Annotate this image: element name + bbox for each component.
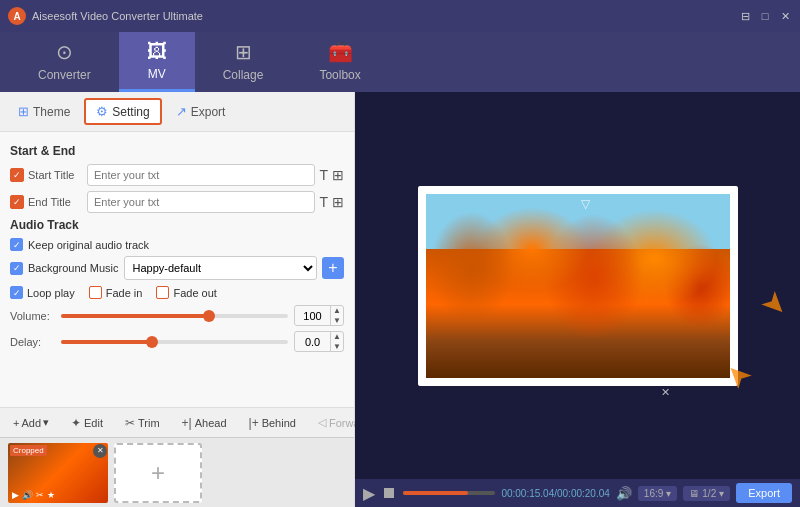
fade-out-item: Fade out xyxy=(156,286,216,299)
behind-button[interactable]: |+ Behind xyxy=(242,413,303,433)
main-layout: ⊞ Theme ⚙ Setting ↗ Export Start & End ✓… xyxy=(0,92,800,507)
start-end-title: Start & End xyxy=(10,144,344,158)
close-button[interactable]: ✕ xyxy=(778,9,792,23)
ahead-button[interactable]: +| Ahead xyxy=(175,413,234,433)
add-arrow-icon: ▾ xyxy=(43,416,49,429)
minimize-button[interactable]: ⊟ xyxy=(738,9,752,23)
delay-up-arrow[interactable]: ▲ xyxy=(331,332,343,342)
bottom-toolbar: + Add ▾ ✦ Edit ✂ Trim +| Ahead |+ Be xyxy=(0,407,354,437)
start-title-checkbox[interactable]: ✓ xyxy=(10,168,24,182)
add-plus-icon: + xyxy=(13,417,19,429)
keep-original-checkbox[interactable]: ✓ xyxy=(10,238,23,251)
right-panel: ➤ ➤ ▽ ✕ ▶ ⏹ 00:00:15.04/00:00:20.04 🔊 16… xyxy=(355,92,800,507)
mv-icon: 🖼 xyxy=(147,40,167,63)
end-grid-icon[interactable]: ⊞ xyxy=(332,194,344,210)
edit-icon: ✦ xyxy=(71,416,81,430)
forward-icon: ◁ xyxy=(318,416,326,429)
white-arrow-hint: ▽ xyxy=(581,197,590,211)
maximize-button[interactable]: □ xyxy=(758,9,772,23)
tab-converter[interactable]: ⊙ Converter xyxy=(10,32,119,92)
grid-icon[interactable]: ⊞ xyxy=(332,167,344,183)
fade-out-label: Fade out xyxy=(173,287,216,299)
video-controls-bar: ▶ ⏹ 00:00:15.04/00:00:20.04 🔊 16:9 ▾ 🖥 1… xyxy=(355,479,800,507)
left-panel: ⊞ Theme ⚙ Setting ↗ Export Start & End ✓… xyxy=(0,92,355,507)
video-preview: ➤ ➤ ▽ ✕ xyxy=(355,92,800,479)
app-logo: A xyxy=(8,7,26,25)
music-select[interactable]: Happy-default xyxy=(124,256,318,280)
bg-music-label: Background Music xyxy=(28,262,119,274)
end-title-input[interactable] xyxy=(87,191,315,213)
video-frame xyxy=(418,186,738,386)
fade-in-checkbox[interactable] xyxy=(89,286,102,299)
volume-row: Volume: 100 ▲ ▼ xyxy=(10,305,344,326)
sub-tab-export[interactable]: ↗ Export xyxy=(166,100,236,123)
start-title-label: Start Title xyxy=(28,169,83,181)
end-text-format-icon[interactable]: T xyxy=(319,194,328,210)
end-title-checkbox[interactable]: ✓ xyxy=(10,195,24,209)
film-close-button[interactable]: ✕ xyxy=(93,444,107,458)
quality-chevron-icon: ▾ xyxy=(719,488,724,499)
volume-label: Volume: xyxy=(10,310,55,322)
aspect-chevron-icon: ▾ xyxy=(666,488,671,499)
tab-collage[interactable]: ⊞ Collage xyxy=(195,32,292,92)
time-code: 00:00:15.04/00:00:20.04 xyxy=(501,488,609,499)
background-music-row: ✓ Background Music Happy-default + xyxy=(10,256,344,280)
monitor-icon: 🖥 xyxy=(689,488,699,499)
fade-in-label: Fade in xyxy=(106,287,143,299)
trim-button[interactable]: ✂ Trim xyxy=(118,413,167,433)
loop-play-checkbox[interactable]: ✓ xyxy=(10,286,23,299)
settings-content: Start & End ✓ Start Title T ⊞ ✓ End Titl… xyxy=(0,132,354,407)
film-icons: ▶ 🔊 ✂ ★ xyxy=(12,490,55,500)
delay-slider[interactable] xyxy=(61,340,288,344)
toolbox-icon: 🧰 xyxy=(328,40,353,64)
sub-tabs: ⊞ Theme ⚙ Setting ↗ Export xyxy=(0,92,354,132)
quality-button[interactable]: 🖥 1/2 ▾ xyxy=(683,486,730,501)
loop-play-item: ✓ Loop play xyxy=(10,286,75,299)
video-close-x[interactable]: ✕ xyxy=(661,386,670,399)
window-controls: ⊟ □ ✕ xyxy=(738,9,792,23)
add-button[interactable]: + Add ▾ xyxy=(6,413,56,432)
add-music-button[interactable]: + xyxy=(322,257,344,279)
stop-button[interactable]: ⏹ xyxy=(381,484,397,502)
play-button[interactable]: ▶ xyxy=(363,484,375,503)
film-add-button[interactable]: + xyxy=(114,443,202,503)
ahead-icon: +| xyxy=(182,416,192,430)
theme-icon: ⊞ xyxy=(18,104,29,119)
fade-out-checkbox[interactable] xyxy=(156,286,169,299)
volume-up-arrow[interactable]: ▲ xyxy=(331,306,343,316)
tab-mv[interactable]: 🖼 MV xyxy=(119,32,195,92)
volume-slider[interactable] xyxy=(61,314,288,318)
behind-icon: |+ xyxy=(249,416,259,430)
keep-original-label: Keep original audio track xyxy=(28,239,149,251)
film-thumbnail[interactable]: Cropped ✕ ▶ 🔊 ✂ ★ xyxy=(8,443,108,503)
tab-toolbox[interactable]: 🧰 Toolbox xyxy=(291,32,388,92)
delay-down-arrow[interactable]: ▼ xyxy=(331,342,343,352)
fade-in-item: Fade in xyxy=(89,286,143,299)
export-button[interactable]: Export xyxy=(736,483,792,503)
progress-fill xyxy=(403,491,468,495)
sub-tab-setting[interactable]: ⚙ Setting xyxy=(84,98,161,125)
volume-icon: 🔊 xyxy=(22,490,33,500)
edit-button[interactable]: ✦ Edit xyxy=(64,413,110,433)
text-format-icon[interactable]: T xyxy=(319,167,328,183)
aspect-ratio-button[interactable]: 16:9 ▾ xyxy=(638,486,677,501)
volume-control-icon[interactable]: 🔊 xyxy=(616,486,632,501)
app-title: Aiseesoft Video Converter Ultimate xyxy=(32,10,738,22)
video-progress-bar[interactable] xyxy=(403,491,495,495)
end-title-row: ✓ End Title T ⊞ xyxy=(10,191,344,213)
delay-row: Delay: 0.0 ▲ ▼ xyxy=(10,331,344,352)
end-title-label: End Title xyxy=(28,196,83,208)
volume-value-box: 100 ▲ ▼ xyxy=(294,305,344,326)
play-icon: ▶ xyxy=(12,490,19,500)
converter-icon: ⊙ xyxy=(56,40,73,64)
video-image xyxy=(426,194,730,378)
start-title-input[interactable] xyxy=(87,164,315,186)
keep-original-row: ✓ Keep original audio track xyxy=(10,238,344,251)
tree-layer xyxy=(426,194,730,378)
export-icon: ↗ xyxy=(176,104,187,119)
bg-music-checkbox[interactable]: ✓ xyxy=(10,262,23,275)
volume-down-arrow[interactable]: ▼ xyxy=(331,316,343,326)
audio-track-title: Audio Track xyxy=(10,218,344,232)
scissors-icon: ✂ xyxy=(36,490,44,500)
sub-tab-theme[interactable]: ⊞ Theme xyxy=(8,100,80,123)
